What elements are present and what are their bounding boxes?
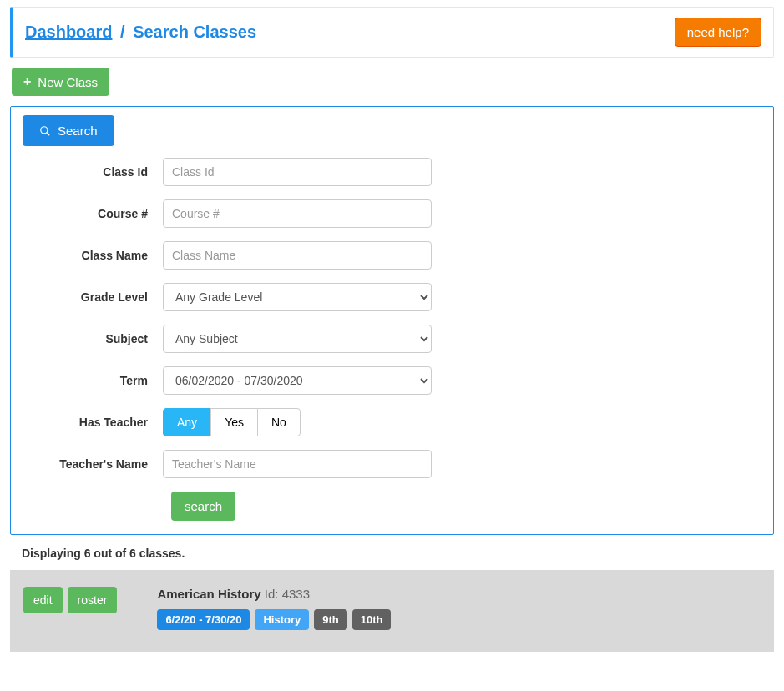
row-class-id: Class Id <box>23 158 761 186</box>
row-term: Term 06/02/2020 - 07/30/2020 <box>23 366 761 395</box>
row-class-name: Class Name <box>23 241 761 270</box>
result-name: American History <box>157 587 260 601</box>
select-term[interactable]: 06/02/2020 - 07/30/2020 <box>163 366 432 395</box>
result-id-value: 4333 <box>282 587 310 601</box>
label-has-teacher: Has Teacher <box>23 416 163 429</box>
has-teacher-group: Any Yes No <box>163 408 301 436</box>
badge-grade-10th: 10th <box>352 609 392 630</box>
breadcrumb-current: Search Classes <box>133 23 256 41</box>
badge-grade-9th: 9th <box>314 609 347 630</box>
label-class-name: Class Name <box>23 249 163 262</box>
result-actions: edit roster <box>23 587 117 613</box>
submit-row: search <box>31 492 761 521</box>
has-teacher-no[interactable]: No <box>257 408 301 436</box>
result-body: American History Id: 4333 6/2/20 - 7/30/… <box>157 587 761 630</box>
has-teacher-any[interactable]: Any <box>163 408 211 436</box>
input-class-name[interactable] <box>163 241 432 270</box>
need-help-button[interactable]: need help? <box>675 18 761 47</box>
svg-line-1 <box>47 132 50 135</box>
row-teacher-name: Teacher's Name <box>23 450 761 478</box>
label-term: Term <box>23 374 163 387</box>
results-summary: Displaying 6 out of 6 classes. <box>22 547 784 560</box>
row-subject: Subject Any Subject <box>23 325 761 353</box>
result-title: American History Id: 4333 <box>157 587 761 601</box>
search-tab[interactable]: Search <box>23 115 114 146</box>
input-course-num[interactable] <box>163 199 432 228</box>
result-badges: 6/2/20 - 7/30/20 History 9th 10th <box>157 609 761 630</box>
badge-term: 6/2/20 - 7/30/20 <box>157 609 250 630</box>
label-grade-level: Grade Level <box>23 290 163 304</box>
new-class-label: New Class <box>38 75 98 89</box>
label-teacher-name: Teacher's Name <box>23 457 163 471</box>
row-course-num: Course # <box>23 199 761 228</box>
breadcrumb: Dashboard / Search Classes <box>25 23 256 42</box>
svg-point-0 <box>41 126 48 133</box>
label-course-num: Course # <box>23 207 163 220</box>
select-subject[interactable]: Any Subject <box>163 325 432 353</box>
search-submit-button[interactable]: search <box>171 492 235 521</box>
roster-button[interactable]: roster <box>68 587 118 613</box>
select-grade-level[interactable]: Any Grade Level <box>163 283 432 311</box>
has-teacher-yes[interactable]: Yes <box>210 408 258 436</box>
breadcrumb-bar: Dashboard / Search Classes need help? <box>10 7 774 58</box>
breadcrumb-separator: / <box>120 23 125 41</box>
search-panel: Search Class Id Course # Class Name Grad… <box>10 106 774 535</box>
result-id-label: Id: <box>265 587 279 601</box>
plus-icon: + <box>23 74 31 89</box>
row-has-teacher: Has Teacher Any Yes No <box>23 408 761 436</box>
result-card: edit roster American History Id: 4333 6/… <box>10 570 774 652</box>
row-grade-level: Grade Level Any Grade Level <box>23 283 761 311</box>
label-class-id: Class Id <box>23 165 163 179</box>
breadcrumb-dashboard-link[interactable]: Dashboard <box>25 23 112 41</box>
search-icon <box>39 125 51 137</box>
input-class-id[interactable] <box>163 158 432 186</box>
search-tab-label: Search <box>58 124 98 138</box>
edit-button[interactable]: edit <box>23 587 63 613</box>
badge-subject: History <box>255 609 309 630</box>
new-class-button[interactable]: + New Class <box>12 68 109 96</box>
input-teacher-name[interactable] <box>163 450 432 478</box>
label-subject: Subject <box>23 332 163 346</box>
